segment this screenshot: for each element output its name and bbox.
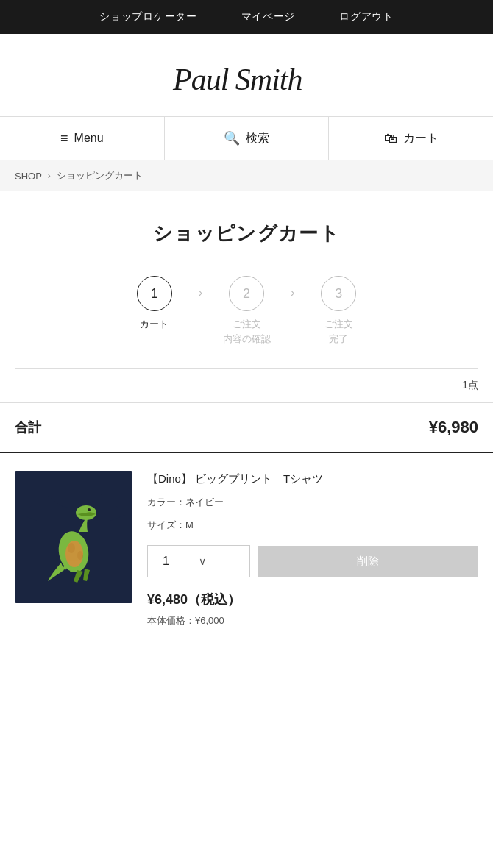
quantity-selector[interactable]: 1 ∨ bbox=[147, 545, 250, 577]
logo-area: Paul Smith bbox=[0, 34, 493, 116]
step-3-circle: 3 bbox=[321, 276, 356, 311]
breadcrumb-shop[interactable]: SHOP bbox=[15, 171, 42, 182]
product-color: カラー：ネイビー bbox=[147, 494, 478, 511]
main-navigation: ≡ Menu 🔍 検索 🛍 カート bbox=[0, 116, 493, 160]
step-2-circle: 2 bbox=[229, 276, 264, 311]
menu-label: Menu bbox=[74, 132, 104, 145]
product-image bbox=[15, 471, 132, 603]
cart-label: カート bbox=[403, 131, 439, 146]
product-price-incl: ¥6,480（税込） bbox=[147, 591, 478, 608]
shop-locator-link[interactable]: ショップロケーター bbox=[99, 10, 196, 24]
hamburger-icon: ≡ bbox=[60, 131, 68, 146]
search-label: 検索 bbox=[246, 131, 269, 146]
logout-link[interactable]: ログアウト bbox=[339, 10, 394, 24]
product-size: サイズ：M bbox=[147, 516, 478, 533]
page-title-area: ショッピングカート bbox=[0, 191, 493, 268]
total-price: ¥6,980 bbox=[429, 418, 478, 437]
chevron-down-icon: ∨ bbox=[199, 555, 206, 567]
svg-text:Paul Smith: Paul Smith bbox=[172, 63, 302, 96]
product-row: 【Dino】 ビッグプリント Tシャツ カラー：ネイビー サイズ：M 1 ∨ 削… bbox=[0, 453, 493, 645]
step-2: 2 ご注文内容の確認 bbox=[210, 276, 283, 346]
item-count: 1点 bbox=[0, 369, 493, 403]
product-image-svg bbox=[22, 478, 125, 596]
total-label: 合計 bbox=[15, 419, 41, 436]
cart-icon: 🛍 bbox=[384, 131, 397, 146]
search-icon: 🔍 bbox=[224, 130, 240, 146]
my-page-link[interactable]: マイページ bbox=[241, 10, 296, 24]
quantity-value: 1 bbox=[163, 555, 169, 568]
step-1-circle: 1 bbox=[137, 276, 172, 311]
qty-delete-row: 1 ∨ 削除 bbox=[147, 545, 478, 577]
steps-indicator: 1 カート › 2 ご注文内容の確認 › 3 ご注文完了 bbox=[0, 268, 493, 368]
step-2-label: ご注文内容の確認 bbox=[223, 317, 271, 346]
total-row: 合計 ¥6,980 bbox=[0, 403, 493, 453]
svg-point-6 bbox=[65, 541, 83, 567]
menu-button[interactable]: ≡ Menu bbox=[0, 117, 165, 160]
breadcrumb-chevron-icon: › bbox=[48, 171, 51, 181]
cart-button[interactable]: 🛍 カート bbox=[329, 117, 493, 160]
product-price-excl: 本体価格：¥6,000 bbox=[147, 614, 478, 627]
step-1-label: カート bbox=[140, 317, 169, 332]
paul-smith-logo[interactable]: Paul Smith bbox=[166, 54, 327, 99]
step-1: 1 カート bbox=[118, 276, 191, 332]
step-3-label: ご注文完了 bbox=[324, 317, 353, 346]
breadcrumb: SHOP › ショッピングカート bbox=[0, 160, 493, 191]
product-name: 【Dino】 ビッグプリント Tシャツ bbox=[147, 471, 478, 488]
page-title: ショッピングカート bbox=[15, 221, 478, 246]
delete-button[interactable]: 削除 bbox=[258, 546, 478, 577]
breadcrumb-current: ショッピングカート bbox=[57, 169, 143, 182]
step-arrow-2: › bbox=[283, 286, 302, 299]
top-navigation: ショップロケーター マイページ ログアウト bbox=[0, 0, 493, 34]
search-button[interactable]: 🔍 検索 bbox=[165, 117, 330, 160]
product-info: 【Dino】 ビッグプリント Tシャツ カラー：ネイビー サイズ：M 1 ∨ 削… bbox=[147, 471, 478, 627]
step-arrow-1: › bbox=[191, 286, 210, 299]
svg-point-3 bbox=[88, 508, 91, 511]
item-count-text: 1点 bbox=[462, 379, 478, 391]
step-3: 3 ご注文完了 bbox=[302, 276, 375, 346]
